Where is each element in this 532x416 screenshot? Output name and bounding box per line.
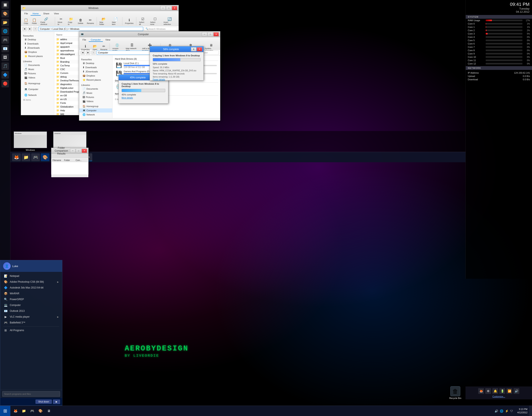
dock-icon-2[interactable]: 📂 — [1, 19, 9, 26]
sidebar-item-recent[interactable]: ⭐Recent places — [21, 54, 54, 58]
copy-58-close-btn[interactable]: ✕ — [197, 47, 202, 51]
sidebar-item-downloads[interactable]: ⬇Downloads — [21, 42, 54, 46]
sidebar-item-dropbox[interactable]: 📦Dropbox — [21, 50, 54, 54]
folder-compare-minimize[interactable]: ─ — [70, 149, 76, 153]
comp-sidebar-computer[interactable]: 💻Computer — [79, 108, 112, 112]
comp-sidebar-homegroup[interactable]: 🏠Homegroup — [79, 104, 112, 108]
ribbon-properties-btn[interactable]: ℹ Properties — [124, 18, 135, 25]
folder-compare-scrollbar[interactable] — [52, 175, 87, 177]
ribbon-selectall-btn[interactable]: ☑ Select all — [138, 16, 148, 26]
comp-nav-up[interactable]: ↑ — [91, 50, 96, 55]
ribbon-move-btn[interactable]: ✂ Move to — [56, 16, 66, 26]
copy-58-pause-btn[interactable]: ⏸ — [191, 47, 196, 51]
dock-icon-8[interactable]: 🔷 — [1, 71, 9, 79]
folder-compare-close[interactable]: ✕ — [82, 149, 87, 153]
ribbon-tab-view[interactable]: View — [52, 12, 61, 16]
taskbar-folder-btn[interactable]: 📁 — [22, 153, 30, 161]
tb-folder-icon[interactable]: 📁 — [20, 407, 28, 415]
nav-up-btn[interactable]: ↑ — [33, 27, 38, 31]
copy-58-details-link[interactable]: Fewer details — [153, 79, 200, 81]
start-item-photoshop[interactable]: 🎨 Adobe Photoshop CS6 (64 Bit) ▶ — [0, 279, 62, 285]
comp-sidebar-docs[interactable]: 📄Documents — [79, 87, 112, 91]
ribbon-tab-home[interactable]: Home — [30, 12, 41, 16]
computer-close-btn[interactable]: ✕ — [213, 32, 219, 36]
tray-icon-3[interactable]: 🔔 — [492, 388, 498, 394]
copy-45-details-link[interactable]: More details — [122, 97, 165, 99]
explorer-maximize-btn[interactable]: □ — [166, 6, 171, 10]
comp-sidebar-downloads[interactable]: ⬇Downloads — [79, 65, 112, 69]
ribbon-selectnone-btn[interactable]: ☐ Select none — [149, 16, 161, 26]
address-path[interactable]: Computer > Local Disk (C:) > Windows — [38, 27, 143, 31]
ribbon-tab-share[interactable]: Share — [41, 12, 51, 16]
tray-icon-2[interactable]: ⚙ — [485, 388, 491, 394]
taskbar-game-btn[interactable]: 🎮 — [31, 153, 40, 161]
dock-icon-9[interactable]: 🔴 — [1, 80, 9, 87]
dock-icon-1[interactable]: 🎨 — [1, 10, 9, 18]
dock-icon-6[interactable]: 🖼 — [1, 54, 9, 61]
comp-sidebar-network[interactable]: 🌐Network — [79, 112, 112, 117]
explorer-minimize-btn[interactable]: ─ — [160, 6, 166, 10]
start-item-vlc[interactable]: ▶ VLC media player ▶ — [0, 314, 62, 320]
start-item-allprograms[interactable]: ⊞ All Programs — [0, 327, 62, 333]
systray-volume-icon[interactable]: 🔊 — [494, 409, 498, 413]
start-item-powergrep[interactable]: 🔍 PowerGREP — [0, 297, 62, 302]
comp-nav-forward[interactable]: ► — [86, 50, 90, 55]
tb-steam-icon[interactable]: 🎮 — [29, 407, 36, 415]
comp-sidebar-recent[interactable]: ⭐Recent places — [79, 78, 112, 82]
sidebar-item-music[interactable]: 🎵Music — [21, 67, 54, 71]
tb-ps-icon[interactable]: 🎨 — [37, 407, 44, 415]
start-item-computer[interactable]: 💻 Computer — [0, 302, 62, 308]
nav-back-btn[interactable]: ◄ — [22, 27, 27, 31]
dock-icon-7[interactable]: 🎵 — [1, 62, 9, 70]
comp-sidebar-videos[interactable]: 🎬Videos — [79, 99, 112, 103]
ribbon-newitem-btn[interactable]: 📄 New item — [110, 16, 121, 26]
sidebar-item-network[interactable]: 🌐Network — [21, 93, 54, 97]
rename-btn[interactable]: ✏ Rename — [100, 44, 108, 51]
computer-maximize-btn[interactable]: □ — [208, 32, 213, 36]
ribbon-rename-btn[interactable]: ✏ Rename — [86, 18, 95, 25]
start-item-outlook[interactable]: 📧 Outlook 2013 — [0, 308, 62, 314]
tray-icon-1[interactable]: 🦊 — [478, 388, 484, 394]
properties-btn[interactable]: ℹ Properties — [80, 44, 90, 51]
taskbar-firefox-btn[interactable]: 🦊 — [12, 153, 21, 161]
open-btn[interactable]: 📂 Open — [91, 44, 99, 51]
ribbon-tab-file[interactable]: File — [22, 12, 30, 16]
comp-sidebar-dropbox[interactable]: 📦Dropbox — [79, 74, 112, 78]
comp-sidebar-jdownloads[interactable]: ⬇JDownloads — [79, 69, 112, 74]
tray-icon-5[interactable]: 📶 — [506, 388, 512, 394]
show-desktop-btn[interactable] — [529, 406, 532, 416]
ribbon-copy-btn[interactable]: 📋 Copy — [22, 18, 30, 25]
ribbon-paste-btn[interactable]: 📋 Paste — [30, 18, 38, 25]
sidebar-item-videos[interactable]: 🎬Videos — [21, 76, 54, 80]
sidebar-item-jdownloads[interactable]: ⬇JDownloads — [21, 46, 54, 50]
sidebar-item-documents[interactable]: 📄Documents — [21, 63, 54, 67]
dock-icon-5[interactable]: 📧 — [1, 45, 9, 52]
computer-tab-computer[interactable]: Computer — [89, 38, 103, 42]
dock-icon-4[interactable]: 🎮 — [1, 36, 9, 44]
thumbnail-windows[interactable]: Windows Windows — [14, 131, 47, 151]
ribbon-invertsel-btn[interactable]: 🔄 Invert selection — [162, 16, 177, 26]
sidebar-item-desktop[interactable]: 🖥Desktop — [21, 38, 54, 42]
shutdown-btn[interactable]: Shut down — [36, 400, 52, 404]
ribbon-copyto-btn[interactable]: 📁 Copy to — [66, 16, 76, 26]
start-item-bf3[interactable]: 🎮 Battlefield 3™ — [0, 320, 62, 326]
comp-sidebar-music[interactable]: 🎵Music — [79, 91, 112, 95]
comp-nav-back[interactable]: ◄ — [80, 50, 85, 55]
start-item-notepad[interactable]: 📝 Notepad — [0, 273, 62, 279]
start-search-input[interactable] — [2, 391, 60, 397]
search-box[interactable]: 🔍 Search Windows — [144, 27, 177, 31]
ribbon-delete-btn[interactable]: 🗑 Delete — [76, 18, 85, 25]
sidebar-item-computer[interactable]: 💻Computer — [21, 87, 54, 91]
computer-tab-file[interactable]: File — [80, 38, 88, 42]
start-item-winrar[interactable]: 📦 WinRAR — [0, 291, 62, 297]
systray-power-icon[interactable]: ⚡ — [505, 409, 509, 413]
computer-minimize-btn[interactable]: ─ — [202, 32, 207, 36]
sidebar-item-homegroup[interactable]: 🏠Homegroup — [21, 81, 54, 86]
systray-network-icon[interactable]: 🌐 — [500, 409, 503, 413]
recycle-bin[interactable]: 🗑 Recycle Bin — [449, 386, 461, 399]
tray-icon-4[interactable]: 🔋 — [499, 388, 505, 394]
explorer-close-btn[interactable]: ✕ — [172, 6, 177, 10]
tb-extra-icon[interactable]: 🖥 — [45, 407, 52, 415]
shutdown-arrow-btn[interactable]: ▶ — [53, 400, 60, 404]
comp-sidebar-desktop[interactable]: 🖥Desktop — [79, 61, 112, 65]
